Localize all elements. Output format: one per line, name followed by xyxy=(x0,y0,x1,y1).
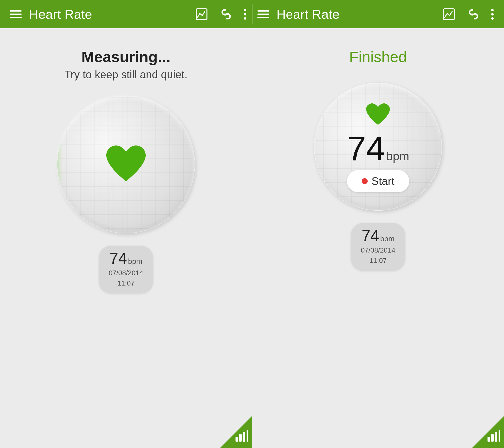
start-button[interactable]: Start xyxy=(347,170,409,192)
corner-icon-right[interactable] xyxy=(472,416,504,448)
panel-measuring-title: Measuring... xyxy=(81,48,171,65)
svg-rect-7 xyxy=(491,434,494,442)
corner-chart-left xyxy=(235,430,249,445)
finished-badge-unit: bpm xyxy=(380,235,395,243)
svg-rect-9 xyxy=(499,430,500,442)
top-bar-right: Heart Rate xyxy=(255,6,497,23)
finished-badge-number: 74 xyxy=(361,228,379,244)
svg-rect-6 xyxy=(487,437,490,442)
svg-rect-2 xyxy=(235,437,238,442)
chart-icon-right[interactable] xyxy=(439,6,459,23)
svg-rect-8 xyxy=(495,432,497,442)
app-title-right: Heart Rate xyxy=(277,7,434,22)
measuring-badge-date: 07/08/2014 11:07 xyxy=(109,268,143,288)
main-content: Measuring... Try to keep still and quiet… xyxy=(0,28,504,448)
panel-finished-title: Finished xyxy=(349,48,407,65)
finished-circle: 74 bpm Start xyxy=(314,83,442,211)
svg-rect-1 xyxy=(443,9,454,20)
finished-badge: 74 bpm 07/08/2014 11:07 xyxy=(351,223,405,271)
measuring-badge-unit: bpm xyxy=(128,257,142,266)
svg-rect-0 xyxy=(196,9,207,20)
panel-measuring: Measuring... Try to keep still and quiet… xyxy=(0,28,252,448)
panel-finished: Finished 74 bpm Start xyxy=(252,28,504,448)
finished-bpm-number: 74 xyxy=(347,131,385,166)
menu-icon-right[interactable] xyxy=(255,8,272,20)
heart-icon-right xyxy=(363,101,393,129)
start-dot xyxy=(362,178,368,184)
svg-rect-5 xyxy=(247,430,248,442)
chart-icon-left[interactable] xyxy=(192,6,211,23)
link-icon-left[interactable] xyxy=(216,6,236,23)
finished-bpm-display: 74 bpm xyxy=(347,131,409,166)
measuring-badge-number: 74 xyxy=(109,251,127,266)
measuring-circle xyxy=(57,95,195,233)
measuring-circle-container xyxy=(57,95,195,233)
menu-icon-left[interactable] xyxy=(7,8,24,20)
more-icon-right[interactable] xyxy=(488,6,497,22)
corner-icon-left[interactable] xyxy=(220,416,252,448)
finished-badge-date: 07/08/2014 11:07 xyxy=(361,245,395,266)
divider xyxy=(252,4,252,24)
top-bar: Heart Rate Heart Rate xyxy=(0,0,504,28)
link-icon-right[interactable] xyxy=(464,6,483,23)
finished-badge-bpm: 74 bpm xyxy=(361,228,395,244)
finished-circle-container: 74 bpm Start xyxy=(314,83,442,211)
heart-icon-left xyxy=(101,142,151,187)
panel-measuring-subtitle: Try to keep still and quiet. xyxy=(64,68,188,81)
finished-bpm-unit: bpm xyxy=(386,149,409,163)
measuring-badge: 74 bpm 07/08/2014 11:07 xyxy=(99,246,153,293)
more-icon-left[interactable] xyxy=(241,6,249,22)
corner-chart-right xyxy=(487,430,501,445)
app-title-left: Heart Rate xyxy=(29,7,187,22)
svg-rect-3 xyxy=(239,434,242,442)
start-button-label: Start xyxy=(372,175,395,187)
svg-rect-4 xyxy=(243,432,245,442)
top-bar-left: Heart Rate xyxy=(7,6,249,23)
measuring-badge-bpm: 74 bpm xyxy=(109,251,143,266)
